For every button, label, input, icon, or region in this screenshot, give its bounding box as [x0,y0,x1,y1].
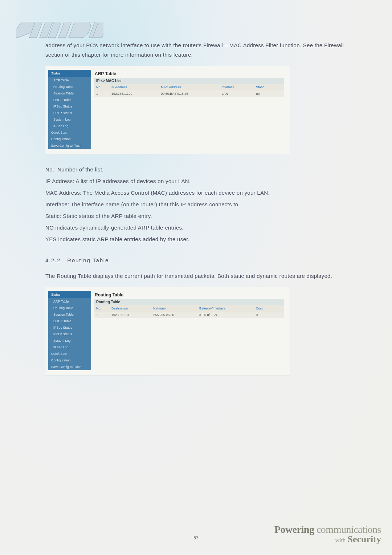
sidebar-item-pptp[interactable]: PPTP Status [48,331,91,337]
sidebar-item-session[interactable]: Session Table [48,90,91,97]
sidebar-item-syslog[interactable]: System Log [48,337,91,344]
sidebar-item-dhcp[interactable]: DHCP Table [48,97,91,103]
footer-tagline: Powering communications with Security [274,524,381,545]
cell-no: 1 [94,90,109,97]
cell-dest: 192.168.1.0 [109,312,151,318]
sidebar-header[interactable]: Status [48,70,91,77]
sidebar-item-ipsec-log[interactable]: IPSec Log [48,344,91,351]
col-no: No. [94,305,109,312]
col-gateway: Gateway/Interface [197,305,254,312]
cell-iface: LAN [220,90,254,97]
panel-subtitle: Routing Table [94,299,284,305]
cell-gw: 0.0.0.0/ LAN [197,312,254,318]
sidebar-item-ipsec-status[interactable]: IPSec Status [48,103,91,110]
def-no-line: NO indicates dynamically-generated ARP t… [45,223,354,232]
sidebar: Status ARP Table Routing Table Session T… [48,70,91,149]
sidebar-item-save[interactable]: Save Config to Flash [48,142,91,149]
sidebar-item-dhcp[interactable]: DHCP Table [48,318,91,324]
table-row: 1 192.168.1.0 255.255.255.0 0.0.0.0/ LAN… [94,312,284,318]
panel-title: ARP Table [94,70,284,78]
panel-subtitle: IP <> MAC List [94,78,284,84]
sidebar-item-config[interactable]: Configuration [48,357,91,364]
routing-table: No. Destination Netmask Gateway/Interfac… [94,305,284,318]
table-row: 1 192.168.1.100 00:50:BA:F0:18:26 LAN no [94,90,284,97]
sidebar-item-config[interactable]: Configuration [48,136,91,142]
sidebar-item-quickstart[interactable]: Quick Start [48,129,91,136]
routing-intro: The Routing Table displays the current p… [45,271,354,281]
col-dest: Destination [109,305,151,312]
panel-title: Routing Table [94,291,284,299]
sidebar-item-arp[interactable]: ARP Table [48,298,91,305]
arp-screenshot: Status ARP Table Routing Table Session T… [45,66,290,154]
field-definitions: No.: Number of the list. IP Address: A l… [45,165,354,244]
section-number: 4.2.2 [45,257,61,263]
section-heading: 4.2.2 Routing Table [45,257,354,263]
brand-logo [16,22,354,38]
def-no: No.: Number of the list. [45,165,354,174]
sidebar-item-ipsec-status[interactable]: IPSec Status [48,324,91,331]
sidebar-item-session[interactable]: Session Table [48,311,91,318]
col-mac: MAC Address [159,84,220,90]
col-cost: Cost [254,305,284,312]
sidebar-item-syslog[interactable]: System Log [48,116,91,123]
col-ip: IP Address [109,84,159,90]
cell-mask: 255.255.255.0 [151,312,197,318]
cell-ip: 192.168.1.100 [109,90,159,97]
cell-no: 1 [94,312,109,318]
section-title: Routing Table [67,257,109,263]
def-ip: IP Address: A list of IP addresses of de… [45,177,354,186]
col-no: No. [94,84,109,90]
cell-cost: 0 [254,312,284,318]
col-static: Static [254,84,284,90]
col-iface: Interface [220,84,254,90]
cell-mac: 00:50:BA:F0:18:26 [159,90,220,97]
def-static: Static: Static status of the ARP table e… [45,211,354,221]
sidebar-item-routing[interactable]: Routing Table [48,84,91,90]
arp-table: No. IP Address MAC Address Interface Sta… [94,84,284,97]
sidebar: Status ARP Table Routing Table Session T… [48,291,91,370]
table-header-row: No. Destination Netmask Gateway/Interfac… [94,305,284,312]
sidebar-item-quickstart[interactable]: Quick Start [48,351,91,357]
sidebar-item-save[interactable]: Save Config to Flash [48,364,91,370]
sidebar-item-ipsec-log[interactable]: IPSec Log [48,123,91,129]
table-header-row: No. IP Address MAC Address Interface Sta… [94,84,284,90]
sidebar-item-arp[interactable]: ARP Table [48,77,91,84]
def-yes-line: YES indicates static ARP table entries a… [45,235,354,244]
intro-paragraph: address of your PC's network interface t… [45,41,354,60]
sidebar-header[interactable]: Status [48,291,91,298]
def-mac: MAC Address: The Media Access Control (M… [45,188,354,198]
routing-screenshot: Status ARP Table Routing Table Session T… [45,287,290,375]
cell-static: no [254,90,284,97]
sidebar-item-routing[interactable]: Routing Table [48,305,91,311]
def-iface: Interface: The interface name (on the ro… [45,200,354,209]
sidebar-item-pptp[interactable]: PPTP Status [48,110,91,116]
col-netmask: Netmask [151,305,197,312]
